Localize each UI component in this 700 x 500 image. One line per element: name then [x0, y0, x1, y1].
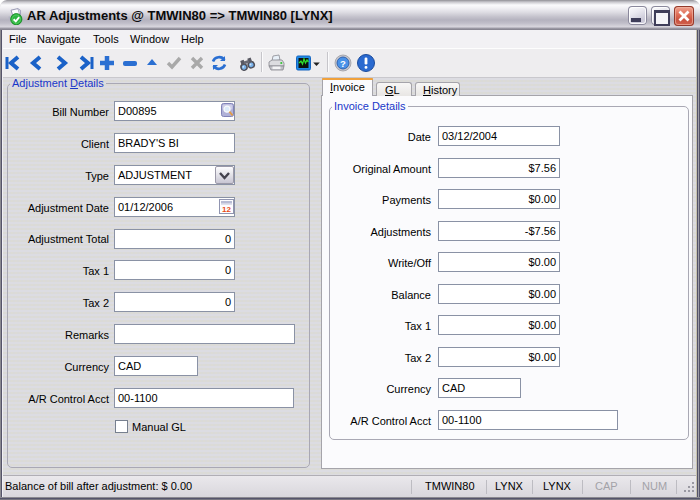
svg-text:12: 12 — [222, 205, 231, 214]
svg-text:?: ? — [340, 58, 346, 69]
